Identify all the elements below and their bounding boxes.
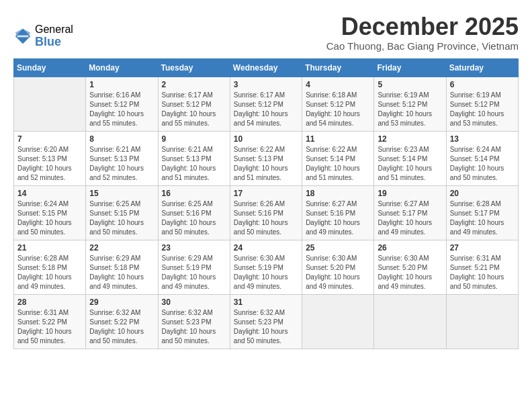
- daylight-text: Daylight: 10 hours and 54 minutes.: [306, 109, 370, 128]
- calendar-week-2: 7 Sunrise: 6:20 AM Sunset: 5:13 PM Dayli…: [14, 131, 519, 185]
- svg-rect-2: [17, 35, 29, 37]
- calendar-cell: [374, 294, 446, 349]
- calendar-cell: 1 Sunrise: 6:16 AM Sunset: 5:12 PM Dayli…: [86, 77, 158, 131]
- day-info: Sunrise: 6:29 AM Sunset: 5:18 PM Dayligh…: [89, 254, 154, 291]
- sunrise-text: Sunrise: 6:20 AM: [17, 145, 82, 154]
- day-number: 6: [450, 80, 515, 89]
- calendar-cell: 4 Sunrise: 6:18 AM Sunset: 5:12 PM Dayli…: [302, 77, 374, 131]
- sunrise-text: Sunrise: 6:26 AM: [234, 199, 298, 209]
- day-number: 19: [378, 189, 442, 198]
- logo: General Blue: [13, 24, 73, 48]
- daylight-text: Daylight: 10 hours and 51 minutes.: [306, 164, 370, 183]
- sunrise-text: Sunrise: 6:17 AM: [234, 91, 298, 100]
- day-info: Sunrise: 6:20 AM Sunset: 5:13 PM Dayligh…: [17, 145, 82, 183]
- daylight-text: Daylight: 10 hours and 49 minutes.: [450, 218, 515, 237]
- sunrise-text: Sunrise: 6:30 AM: [378, 254, 442, 263]
- day-number: 10: [234, 134, 298, 144]
- daylight-text: Daylight: 10 hours and 50 minutes.: [450, 164, 515, 183]
- sunrise-text: Sunrise: 6:19 AM: [378, 91, 442, 100]
- day-info: Sunrise: 6:21 AM Sunset: 5:13 PM Dayligh…: [162, 145, 226, 183]
- calendar-cell: 29 Sunrise: 6:32 AM Sunset: 5:22 PM Dayl…: [86, 294, 158, 349]
- weekday-header-thursday: Thursday: [302, 58, 374, 77]
- sunset-text: Sunset: 5:13 PM: [234, 154, 298, 164]
- sunrise-text: Sunrise: 6:17 AM: [162, 91, 226, 100]
- calendar-cell: 21 Sunrise: 6:28 AM Sunset: 5:18 PM Dayl…: [14, 240, 86, 294]
- day-number: 12: [378, 134, 442, 144]
- sunrise-text: Sunrise: 6:22 AM: [306, 145, 370, 154]
- day-info: Sunrise: 6:26 AM Sunset: 5:16 PM Dayligh…: [234, 199, 298, 237]
- day-info: Sunrise: 6:28 AM Sunset: 5:18 PM Dayligh…: [17, 254, 82, 291]
- sunset-text: Sunset: 5:22 PM: [89, 318, 154, 327]
- sunrise-text: Sunrise: 6:29 AM: [162, 254, 226, 263]
- calendar-cell: 11 Sunrise: 6:22 AM Sunset: 5:14 PM Dayl…: [302, 131, 374, 185]
- calendar-cell: 25 Sunrise: 6:30 AM Sunset: 5:20 PM Dayl…: [302, 240, 374, 294]
- day-number: 17: [234, 189, 298, 198]
- sunrise-text: Sunrise: 6:21 AM: [162, 145, 226, 154]
- logo-text: General Blue: [35, 24, 73, 48]
- logo-general: General: [35, 24, 73, 36]
- calendar-cell: 20 Sunrise: 6:28 AM Sunset: 5:17 PM Dayl…: [446, 185, 518, 240]
- sunrise-text: Sunrise: 6:19 AM: [450, 91, 515, 100]
- sunset-text: Sunset: 5:14 PM: [378, 154, 442, 164]
- calendar-cell: 30 Sunrise: 6:32 AM Sunset: 5:23 PM Dayl…: [158, 294, 230, 349]
- sunrise-text: Sunrise: 6:30 AM: [306, 254, 370, 263]
- sunset-text: Sunset: 5:21 PM: [450, 263, 515, 273]
- daylight-text: Daylight: 10 hours and 50 minutes.: [234, 327, 298, 346]
- daylight-text: Daylight: 10 hours and 50 minutes.: [162, 218, 226, 237]
- daylight-text: Daylight: 10 hours and 53 minutes.: [450, 109, 515, 128]
- sunset-text: Sunset: 5:23 PM: [162, 318, 226, 327]
- sunrise-text: Sunrise: 6:31 AM: [450, 254, 515, 263]
- day-info: Sunrise: 6:28 AM Sunset: 5:17 PM Dayligh…: [450, 199, 515, 237]
- calendar-cell: [446, 294, 518, 349]
- calendar-cell: 18 Sunrise: 6:27 AM Sunset: 5:16 PM Dayl…: [302, 185, 374, 240]
- calendar-table: SundayMondayTuesdayWednesdayThursdayFrid…: [13, 58, 519, 349]
- day-number: 25: [306, 243, 370, 253]
- sunrise-text: Sunrise: 6:27 AM: [306, 199, 370, 209]
- daylight-text: Daylight: 10 hours and 52 minutes.: [17, 164, 82, 183]
- calendar-cell: 19 Sunrise: 6:27 AM Sunset: 5:17 PM Dayl…: [374, 185, 446, 240]
- sunset-text: Sunset: 5:12 PM: [306, 100, 370, 109]
- day-number: 8: [89, 134, 154, 144]
- sunrise-text: Sunrise: 6:25 AM: [89, 199, 154, 209]
- calendar-cell: 14 Sunrise: 6:24 AM Sunset: 5:15 PM Dayl…: [14, 185, 86, 240]
- weekday-header-friday: Friday: [374, 58, 446, 77]
- day-info: Sunrise: 6:30 AM Sunset: 5:19 PM Dayligh…: [234, 254, 298, 291]
- day-info: Sunrise: 6:29 AM Sunset: 5:19 PM Dayligh…: [162, 254, 226, 291]
- daylight-text: Daylight: 10 hours and 55 minutes.: [89, 109, 154, 128]
- day-number: 14: [17, 189, 82, 198]
- sunset-text: Sunset: 5:17 PM: [378, 209, 442, 218]
- calendar-cell: 13 Sunrise: 6:24 AM Sunset: 5:14 PM Dayl…: [446, 131, 518, 185]
- calendar-cell: 22 Sunrise: 6:29 AM Sunset: 5:18 PM Dayl…: [86, 240, 158, 294]
- daylight-text: Daylight: 10 hours and 49 minutes.: [378, 273, 442, 291]
- calendar-cell: 7 Sunrise: 6:20 AM Sunset: 5:13 PM Dayli…: [14, 131, 86, 185]
- month-title: December 2025: [73, 13, 519, 40]
- day-info: Sunrise: 6:31 AM Sunset: 5:22 PM Dayligh…: [17, 308, 82, 346]
- calendar-cell: 17 Sunrise: 6:26 AM Sunset: 5:16 PM Dayl…: [230, 185, 302, 240]
- calendar-week-5: 28 Sunrise: 6:31 AM Sunset: 5:22 PM Dayl…: [14, 294, 519, 349]
- sunrise-text: Sunrise: 6:23 AM: [378, 145, 442, 154]
- sunset-text: Sunset: 5:12 PM: [234, 100, 298, 109]
- daylight-text: Daylight: 10 hours and 50 minutes.: [89, 218, 154, 237]
- calendar-cell: 12 Sunrise: 6:23 AM Sunset: 5:14 PM Dayl…: [374, 131, 446, 185]
- day-number: 5: [378, 80, 442, 89]
- location-title: Cao Thuong, Bac Giang Province, Vietnam: [73, 40, 519, 52]
- weekday-header-monday: Monday: [86, 58, 158, 77]
- calendar-cell: [14, 77, 86, 131]
- calendar-cell: 3 Sunrise: 6:17 AM Sunset: 5:12 PM Dayli…: [230, 77, 302, 131]
- daylight-text: Daylight: 10 hours and 50 minutes.: [162, 327, 226, 346]
- daylight-text: Daylight: 10 hours and 54 minutes.: [234, 109, 298, 128]
- sunset-text: Sunset: 5:20 PM: [378, 263, 442, 273]
- daylight-text: Daylight: 10 hours and 49 minutes.: [17, 273, 82, 291]
- day-number: 31: [234, 298, 298, 307]
- day-info: Sunrise: 6:17 AM Sunset: 5:12 PM Dayligh…: [234, 91, 298, 128]
- sunrise-text: Sunrise: 6:32 AM: [89, 308, 154, 318]
- weekday-header-wednesday: Wednesday: [230, 58, 302, 77]
- day-number: 11: [306, 134, 370, 144]
- calendar-cell: 9 Sunrise: 6:21 AM Sunset: 5:13 PM Dayli…: [158, 131, 230, 185]
- sunset-text: Sunset: 5:16 PM: [306, 209, 370, 218]
- sunset-text: Sunset: 5:23 PM: [234, 318, 298, 327]
- day-number: 18: [306, 189, 370, 198]
- day-info: Sunrise: 6:22 AM Sunset: 5:14 PM Dayligh…: [306, 145, 370, 183]
- day-info: Sunrise: 6:30 AM Sunset: 5:20 PM Dayligh…: [378, 254, 442, 291]
- day-info: Sunrise: 6:19 AM Sunset: 5:12 PM Dayligh…: [450, 91, 515, 128]
